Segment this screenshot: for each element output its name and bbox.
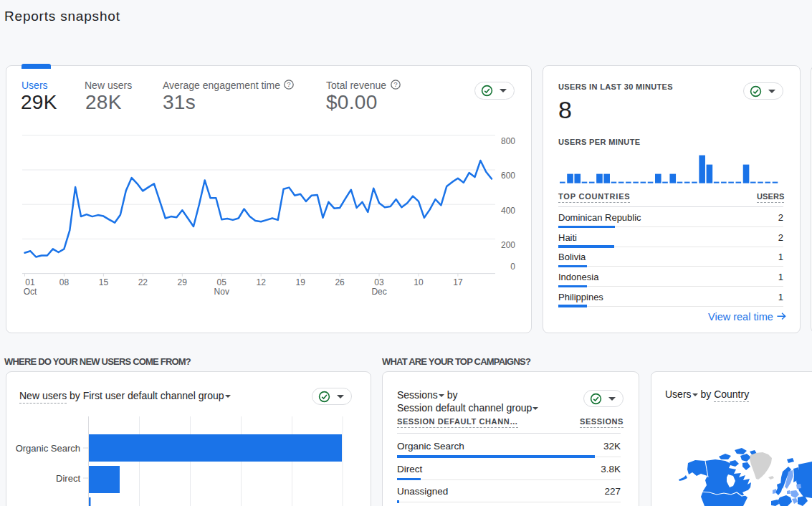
svg-text:12: 12 <box>257 277 267 287</box>
svg-text:29: 29 <box>178 277 188 287</box>
svg-text:Nov: Nov <box>214 287 229 297</box>
svg-text:Direct: Direct <box>56 473 80 484</box>
svg-text:800: 800 <box>501 136 515 146</box>
svg-text:Organic Search: Organic Search <box>16 443 80 454</box>
svg-text:22: 22 <box>138 277 148 287</box>
svg-text:0: 0 <box>510 262 515 272</box>
svg-text:26: 26 <box>335 277 345 287</box>
svg-text:600: 600 <box>501 171 515 181</box>
svg-text:Dec: Dec <box>371 287 386 297</box>
svg-text:19: 19 <box>295 277 305 287</box>
svg-text:200: 200 <box>501 240 515 250</box>
svg-text:400: 400 <box>501 206 515 216</box>
svg-text:15: 15 <box>99 277 109 287</box>
svg-text:Oct: Oct <box>24 287 37 297</box>
svg-text:17: 17 <box>453 277 463 287</box>
svg-text:10: 10 <box>414 277 424 287</box>
svg-text:08: 08 <box>59 277 70 287</box>
